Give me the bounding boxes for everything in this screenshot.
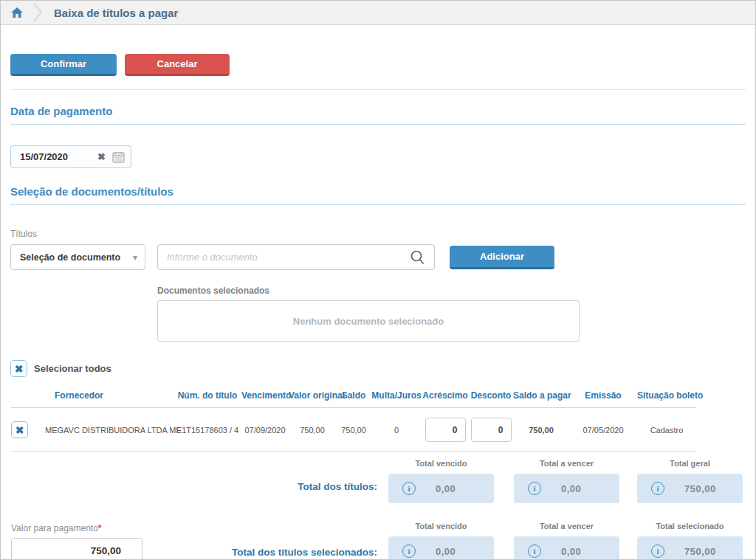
column-header-desconto: Desconto: [469, 387, 513, 408]
column-header-emissao: Emissão: [569, 387, 637, 408]
no-documents-message: Nenhum documento selecionado: [293, 316, 444, 327]
totals-selected-label: Total dos títulos selecionados:: [10, 547, 377, 558]
confirm-button[interactable]: Confirmar: [10, 54, 117, 76]
table-header-row: Fornecedor Núm. do título Vencimento Val…: [11, 387, 696, 408]
selected-total-a-vencer-column: Total a vencer i 0,00: [514, 522, 619, 560]
selected-total-vencido-value: 0,00: [436, 546, 456, 557]
total-a-vencer-box: i 0,00: [514, 474, 619, 503]
breadcrumb-bar: Baixa de títulos a pagar: [1, 1, 755, 25]
cell-valor-original: 750,00: [289, 408, 336, 452]
action-buttons: Confirmar Cancelar: [10, 54, 746, 76]
x-mark-icon: ✖: [15, 364, 24, 374]
x-mark-icon: ✖: [16, 425, 24, 435]
divider: [10, 89, 746, 90]
info-icon[interactable]: i: [402, 482, 416, 495]
cell-num-titulo: E1T15178603 / 4: [173, 408, 241, 452]
select-all-label: Selecionar todos: [34, 363, 111, 374]
column-header-situacao-boleto: Situação boleto: [637, 387, 696, 408]
column-header-multa-juros: Multa/Juros: [371, 387, 422, 408]
selected-total-vencido-box: i 0,00: [388, 536, 494, 560]
info-icon[interactable]: i: [651, 482, 664, 495]
chevron-right-icon: [32, 3, 43, 22]
payment-and-selected-totals-block: Valor para pagamento* Total dos títulos …: [10, 522, 746, 560]
info-icon[interactable]: i: [528, 482, 541, 495]
home-icon[interactable]: [11, 7, 23, 18]
selected-total-header: Total selecionado: [637, 522, 743, 532]
total-geral-box: i 750,00: [637, 474, 743, 503]
total-vencido-column: Total vencido i 0,00: [388, 459, 494, 503]
payment-value-label: Valor para pagamento*: [11, 523, 102, 533]
payment-value-label-text: Valor para pagamento: [11, 523, 98, 533]
cell-situacao-boleto: Cadastro: [637, 408, 696, 452]
page-title: Baixa de títulos a pagar: [54, 7, 178, 19]
acrescimo-input[interactable]: [425, 418, 466, 442]
row-select-checkbox[interactable]: ✖: [11, 421, 28, 438]
desconto-input[interactable]: [471, 418, 512, 442]
section-title-document-selection: Seleção de documentos/títulos: [10, 185, 746, 205]
cell-multa-juros: 0: [371, 408, 422, 452]
total-vencido-header: Total vencido: [388, 459, 494, 469]
total-vencido-value: 0,00: [436, 483, 456, 494]
column-header-saldo: Saldo: [336, 387, 371, 408]
clear-x-icon[interactable]: ✖: [97, 151, 106, 162]
column-header-acrescimo: Acréscimo: [422, 387, 469, 408]
document-type-selected-value: Seleção de documento: [20, 252, 133, 263]
cancel-button[interactable]: Cancelar: [125, 54, 230, 76]
selected-documents-box: Nenhum documento selecionado: [157, 300, 580, 342]
payment-date-value: 15/07/2020: [20, 151, 97, 162]
cell-fornecedor: MEGAVC DISTRIBUIDORA LTDA ME: [45, 408, 173, 452]
document-search-field: [157, 244, 435, 270]
selected-documents-label: Documentos selecionados: [157, 286, 746, 296]
selected-total-value: 750,00: [684, 546, 716, 557]
info-icon[interactable]: i: [402, 545, 416, 558]
cell-emissao: 07/05/2020: [569, 408, 637, 452]
cell-desconto: [469, 408, 513, 452]
required-asterisk: *: [98, 523, 102, 533]
cell-acrescimo: [422, 408, 469, 452]
cell-saldo-a-pagar: 750,00: [513, 408, 569, 452]
column-header-vencimento: Vencimento: [241, 387, 289, 408]
totals-titles-block: Total dos títulos: Total vencido i 0,00 …: [10, 459, 746, 506]
total-a-vencer-value: 0,00: [561, 483, 581, 494]
search-icon[interactable]: [409, 249, 425, 266]
total-vencido-box: i 0,00: [388, 474, 494, 503]
total-geral-value: 750,00: [684, 483, 716, 494]
selected-total-a-vencer-header: Total a vencer: [514, 522, 619, 532]
total-geral-column: Total geral i 750,00: [637, 459, 743, 503]
select-all-checkbox[interactable]: ✖: [10, 360, 27, 377]
add-button[interactable]: Adicionar: [450, 246, 554, 269]
selected-total-vencido-column: Total vencido i 0,00: [388, 522, 494, 560]
payables-table: Fornecedor Núm. do título Vencimento Val…: [11, 387, 696, 452]
column-header-select: [11, 387, 45, 408]
column-header-valor-original: Valor original: [289, 387, 336, 408]
column-header-num-titulo: Núm. do título: [173, 387, 241, 408]
selected-total-vencido-header: Total vencido: [388, 522, 494, 532]
column-header-fornecedor: Fornecedor: [45, 387, 173, 408]
section-title-payment-date: Data de pagamento: [10, 105, 746, 125]
table-row: ✖ MEGAVC DISTRIBUIDORA LTDA ME E1T151786…: [11, 408, 696, 452]
total-a-vencer-header: Total a vencer: [514, 459, 619, 469]
selected-total-box: i 750,00: [637, 536, 743, 560]
totals-titles-label: Total dos títulos:: [10, 481, 377, 492]
calendar-icon[interactable]: [112, 151, 125, 163]
payment-date-input[interactable]: 15/07/2020 ✖: [10, 145, 131, 168]
cell-saldo: 750,00: [336, 408, 371, 452]
titles-label: Títulos: [10, 229, 746, 239]
info-icon[interactable]: i: [651, 545, 664, 558]
selected-total-a-vencer-box: i 0,00: [514, 536, 619, 560]
selected-total-a-vencer-value: 0,00: [561, 546, 581, 557]
document-search-input[interactable]: [158, 245, 409, 269]
column-header-saldo-a-pagar: Saldo a pagar: [513, 387, 569, 408]
selected-total-column: Total selecionado i 750,00: [637, 522, 743, 560]
document-form-row: Seleção de documento ▾ Adicionar: [10, 244, 746, 270]
cell-vencimento: 07/09/2020: [241, 408, 289, 452]
total-a-vencer-column: Total a vencer i 0,00: [514, 459, 619, 503]
total-geral-header: Total geral: [637, 459, 743, 469]
info-icon[interactable]: i: [528, 545, 541, 558]
select-all-row: ✖ Selecionar todos: [10, 360, 746, 377]
document-type-select[interactable]: Seleção de documento ▾: [10, 244, 145, 270]
chevron-down-icon: ▾: [133, 252, 137, 263]
